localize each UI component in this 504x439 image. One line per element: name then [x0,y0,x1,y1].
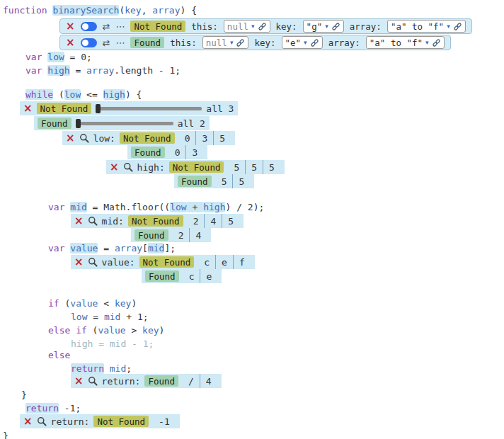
probe-status-badge: Not Found [120,132,175,144]
close-icon[interactable]: × [74,257,84,268]
caret-down-icon: ▾ [304,39,307,46]
code-line: var high = array.length - 1; [25,64,181,77]
code-line: low = mid + 1; [71,310,149,324]
call-widget-not-found: × ⇄ ⋯ Not Found this: null ▾ key: "g" ▾ … [59,18,472,34]
close-icon[interactable]: × [66,38,75,48]
array-value-dropdown[interactable]: "a" to "f" ▾ [366,36,445,49]
code-token: ) { [125,89,142,100]
swap-arrows-icon[interactable]: ⇄ [103,38,110,47]
dropdown-value: null [227,21,248,32]
slider-track[interactable] [96,107,202,110]
close-icon[interactable]: × [66,133,75,144]
code-token: mid [104,312,120,322]
close-icon[interactable]: × [23,103,33,114]
probe-values: -1 [153,414,176,428]
magnifier-icon[interactable] [37,416,47,426]
probe-values: 555 [228,160,280,174]
probe-value-cell: -1 [153,414,176,428]
code-token: ( [87,325,98,336]
slider-knob[interactable] [96,104,101,113]
code-token: ; [86,52,92,62]
array-value-dropdown[interactable]: "a" to "f" ▾ [387,20,466,33]
close-icon[interactable]: × [74,376,84,387]
call-status-badge: Found [130,37,164,48]
probe-label: return: [102,376,141,387]
key-value-dropdown[interactable]: "e" ▾ [282,36,323,49]
close-icon[interactable]: × [66,21,75,32]
code-line: function binarySearch(key, array) { [3,4,197,17]
code-line: var value = array[mid]; [48,241,176,255]
close-icon[interactable]: × [74,216,84,227]
magnifier-icon[interactable] [123,162,133,172]
enable-toggle[interactable] [81,22,97,31]
code-token: array [115,243,142,253]
probe-values: /4 [183,374,217,388]
link-icon[interactable] [453,22,462,31]
slider-track[interactable] [76,122,173,125]
magnifier-icon[interactable] [88,376,98,386]
magnifier-icon[interactable] [79,133,89,143]
probe-value-cell: f [233,255,251,269]
call-status-badge: Not Found [130,21,185,32]
slider-knob[interactable] [76,119,81,128]
more-options-icon[interactable]: ⋯ [115,22,125,31]
this-value-dropdown[interactable]: null ▾ [202,36,249,49]
loop-status-badge: Not Found [37,103,92,114]
code-token: return [25,403,59,414]
key-value-dropdown[interactable]: "g" ▾ [303,20,344,33]
toggle-knob [82,40,88,46]
this-value-dropdown[interactable]: null ▾ [224,20,270,33]
loop-status-badge: Found [38,118,71,129]
iteration-slider[interactable] [96,103,202,113]
call-widget-found: × ⇄ ⋯ Found this: null ▾ key: "e" ▾ arra… [59,35,451,50]
caret-down-icon: ▾ [447,23,450,30]
code-token: high = mid - 1; [71,338,154,349]
probe-label: value: [102,257,135,268]
code-token: < [98,298,114,309]
magnifier-icon[interactable] [88,216,98,226]
code-token: [ [142,243,148,253]
magnifier-icon[interactable] [88,257,98,267]
code-token: mid [70,202,86,212]
code-line: if (value < key) [48,297,137,310]
probe-row-return-mid: × return: Found /4 [71,374,222,388]
caret-down-icon: ▾ [251,23,255,30]
probe-value-cell: 5 [263,160,280,174]
code-line: } [21,388,27,401]
key-label: key: [276,21,297,32]
code-token: = Math.floor(( [87,202,170,212]
link-icon[interactable] [236,38,245,47]
probe-values: 03 [169,145,204,159]
probe-value-cell: e [200,269,217,283]
probe-value-cell: 5 [216,174,233,188]
link-icon[interactable] [258,22,267,31]
probe-status-badge: Found [131,147,165,158]
close-icon[interactable]: × [110,162,119,173]
probe-values: 245 [188,214,239,228]
probe-status-badge: Found [144,375,178,387]
code-token: function [3,5,52,16]
code-token: } [3,431,8,439]
enable-toggle[interactable] [81,38,97,47]
code-token: = [98,243,114,253]
probe-row-return-neg1: × return: Not Found -1 [20,414,180,428]
link-icon[interactable] [331,22,340,31]
code-token: return [71,363,104,374]
probe-value-cell: 4 [204,214,222,228]
probe-values: 24 [173,228,207,242]
probe-label: return: [51,416,90,427]
probe-status-badge: Not Found [169,161,224,173]
probe-value-cell: c [198,255,215,269]
probe-status-badge: Found [145,270,179,282]
more-options-icon[interactable]: ⋯ [115,38,125,47]
probe-values: ce [183,269,218,283]
code-token: 1 [137,312,143,322]
this-label: this: [191,21,218,32]
link-icon[interactable] [310,38,319,47]
close-icon[interactable]: × [23,416,33,427]
code-token: key [125,5,141,16]
code-token: mid [148,243,164,253]
link-icon[interactable] [432,38,441,47]
swap-arrows-icon[interactable]: ⇄ [103,22,110,31]
iteration-slider[interactable] [76,118,173,128]
